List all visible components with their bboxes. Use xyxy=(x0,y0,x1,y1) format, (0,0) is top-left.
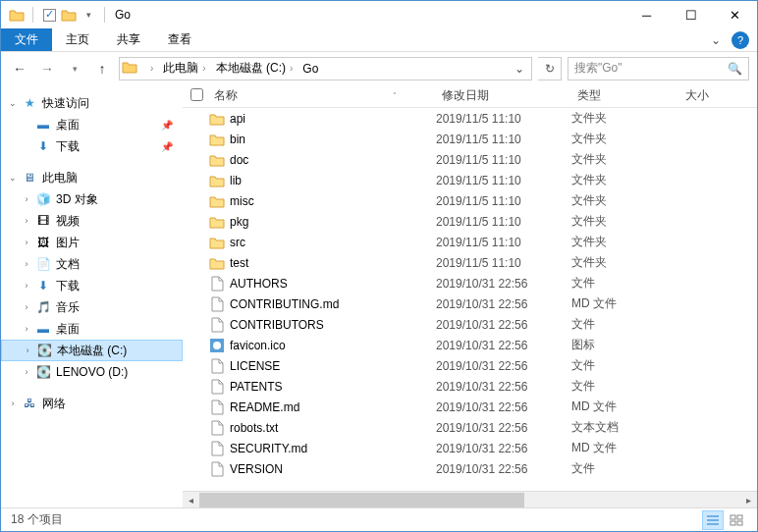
file-row[interactable]: test2019/11/5 11:10文件夹 xyxy=(183,252,757,273)
column-date[interactable]: 修改日期 xyxy=(436,87,571,104)
address-bar[interactable]: › 此电脑› 本地磁盘 (C:)› Go ⌄ xyxy=(119,57,532,80)
file-name: bin xyxy=(226,133,436,146)
file-row[interactable]: README.md2019/10/31 22:56MD 文件 xyxy=(183,397,757,417)
file-row[interactable]: VERSION2019/10/31 22:56文件 xyxy=(183,458,757,479)
nav-3d-objects[interactable]: ›🧊3D 对象 xyxy=(1,188,183,210)
file-type: 文件 xyxy=(571,378,679,395)
scrollbar-thumb[interactable] xyxy=(199,493,524,507)
select-all-checkbox[interactable] xyxy=(190,88,203,101)
address-dropdown-icon[interactable]: ⌄ xyxy=(510,62,529,76)
file-row[interactable]: misc2019/11/5 11:10文件夹 xyxy=(183,190,757,211)
column-type[interactable]: 类型 xyxy=(571,87,679,104)
up-button[interactable]: ↑ xyxy=(91,58,113,80)
file-name: api xyxy=(226,112,436,126)
file-icon xyxy=(208,296,226,312)
thumbnails-view-button[interactable] xyxy=(726,510,747,530)
folder-icon xyxy=(61,7,77,23)
tab-file[interactable]: 文件 xyxy=(1,28,52,51)
recent-dropdown-icon[interactable]: ▾ xyxy=(64,58,85,80)
3d-icon: 🧊 xyxy=(35,191,51,207)
computer-icon: 🖥 xyxy=(22,170,37,186)
file-row[interactable]: PATENTS2019/10/31 22:56文件 xyxy=(183,376,757,397)
refresh-button[interactable]: ↻ xyxy=(538,57,562,80)
file-row[interactable]: favicon.ico2019/10/31 22:56图标 xyxy=(183,335,757,355)
file-type: 文件夹 xyxy=(571,213,679,230)
breadcrumb-label: 此电脑 xyxy=(163,60,198,77)
file-name: robots.txt xyxy=(226,421,436,435)
forward-button[interactable]: → xyxy=(36,58,58,80)
desktop-icon: ▬ xyxy=(35,321,51,337)
file-row[interactable]: api2019/11/5 11:10文件夹 xyxy=(183,108,757,129)
file-name: VERSION xyxy=(226,462,436,476)
file-date: 2019/11/5 11:10 xyxy=(436,194,571,208)
file-type: 文件夹 xyxy=(571,192,679,209)
horizontal-scrollbar[interactable]: ◂ ▸ xyxy=(183,491,757,507)
qat-dropdown-icon[interactable]: ▾ xyxy=(81,7,96,23)
nav-this-pc[interactable]: ⌄🖥此电脑 xyxy=(1,167,183,188)
file-row[interactable]: pkg2019/11/5 11:10文件夹 xyxy=(183,211,757,232)
file-icon xyxy=(208,276,226,292)
separator xyxy=(32,7,33,23)
file-type: 文件夹 xyxy=(571,234,679,250)
qat-checkbox-icon[interactable]: ✓ xyxy=(41,7,57,23)
file-row[interactable]: bin2019/11/5 11:10文件夹 xyxy=(183,129,757,149)
file-date: 2019/10/31 22:56 xyxy=(436,380,571,394)
nav-documents[interactable]: ›📄文档 xyxy=(1,253,183,275)
nav-pictures[interactable]: ›🖼图片 xyxy=(1,232,183,253)
search-input[interactable]: 搜索"Go" 🔍 xyxy=(568,57,749,80)
details-view-button[interactable] xyxy=(702,510,724,530)
nav-quick-access[interactable]: ⌄★快速访问 xyxy=(1,92,183,114)
file-name: LICENSE xyxy=(226,359,436,373)
nav-downloads[interactable]: ›⬇下载 xyxy=(1,275,183,296)
breadcrumb[interactable]: › xyxy=(141,58,158,80)
address-row: ← → ▾ ↑ › 此电脑› 本地磁盘 (C:)› Go ⌄ ↻ 搜索"Go" … xyxy=(1,52,757,84)
file-type: 文本文档 xyxy=(571,419,679,436)
close-button[interactable]: ✕ xyxy=(713,1,757,28)
scroll-left-icon[interactable]: ◂ xyxy=(183,495,199,505)
column-name[interactable]: 名称˄ xyxy=(208,87,436,104)
file-type: MD 文件 xyxy=(571,295,679,312)
column-size[interactable]: 大小 xyxy=(679,87,729,104)
nav-desktop[interactable]: ▬桌面📌 xyxy=(1,114,183,135)
file-row[interactable]: CONTRIBUTING.md2019/10/31 22:56MD 文件 xyxy=(183,293,757,314)
file-name: test xyxy=(226,256,436,270)
folder-icon xyxy=(208,193,226,209)
file-row[interactable]: LICENSE2019/10/31 22:56文件 xyxy=(183,355,757,376)
file-row[interactable]: doc2019/11/5 11:10文件夹 xyxy=(183,149,757,170)
file-row[interactable]: AUTHORS2019/10/31 22:56文件 xyxy=(183,273,757,293)
maximize-button[interactable]: ☐ xyxy=(669,1,713,28)
drive-icon: 💽 xyxy=(36,343,52,358)
nav-videos[interactable]: ›🎞视频 xyxy=(1,210,183,232)
file-type: 图标 xyxy=(571,337,679,353)
nav-music[interactable]: ›🎵音乐 xyxy=(1,296,183,318)
nav-downloads[interactable]: ⬇下载📌 xyxy=(1,135,183,157)
file-type: 文件 xyxy=(571,460,679,477)
nav-local-disk-c[interactable]: ›💽本地磁盘 (C:) xyxy=(1,340,183,361)
breadcrumb[interactable]: 本地磁盘 (C:)› xyxy=(211,58,298,80)
folder-icon xyxy=(208,152,226,168)
file-row[interactable]: lib2019/11/5 11:10文件夹 xyxy=(183,170,757,190)
breadcrumb[interactable]: Go xyxy=(298,58,323,80)
tab-view[interactable]: 查看 xyxy=(154,28,205,51)
file-date: 2019/10/31 22:56 xyxy=(436,400,571,414)
scroll-right-icon[interactable]: ▸ xyxy=(740,495,757,505)
file-row[interactable]: src2019/11/5 11:10文件夹 xyxy=(183,232,757,252)
ribbon-expand-icon[interactable]: ⌄ xyxy=(704,28,728,51)
nav-lenovo-d[interactable]: ›💽LENOVO (D:) xyxy=(1,361,183,383)
nav-desktop[interactable]: ›▬桌面 xyxy=(1,318,183,340)
file-name: misc xyxy=(226,194,436,208)
back-button[interactable]: ← xyxy=(9,58,30,80)
breadcrumb[interactable]: 此电脑› xyxy=(158,58,210,80)
help-icon[interactable]: ? xyxy=(731,31,749,49)
minimize-button[interactable]: ─ xyxy=(624,1,669,28)
file-row[interactable]: robots.txt2019/10/31 22:56文本文档 xyxy=(183,417,757,438)
tab-home[interactable]: 主页 xyxy=(52,28,103,51)
ribbon: 文件 主页 共享 查看 ⌄ ? xyxy=(1,28,757,52)
nav-network[interactable]: ›🖧网络 xyxy=(1,393,183,414)
tab-share[interactable]: 共享 xyxy=(103,28,154,51)
file-list[interactable]: api2019/11/5 11:10文件夹bin2019/11/5 11:10文… xyxy=(183,108,757,491)
file-row[interactable]: CONTRIBUTORS2019/10/31 22:56文件 xyxy=(183,314,757,335)
network-icon: 🖧 xyxy=(22,396,37,411)
file-icon xyxy=(208,420,226,436)
file-row[interactable]: SECURITY.md2019/10/31 22:56MD 文件 xyxy=(183,438,757,458)
